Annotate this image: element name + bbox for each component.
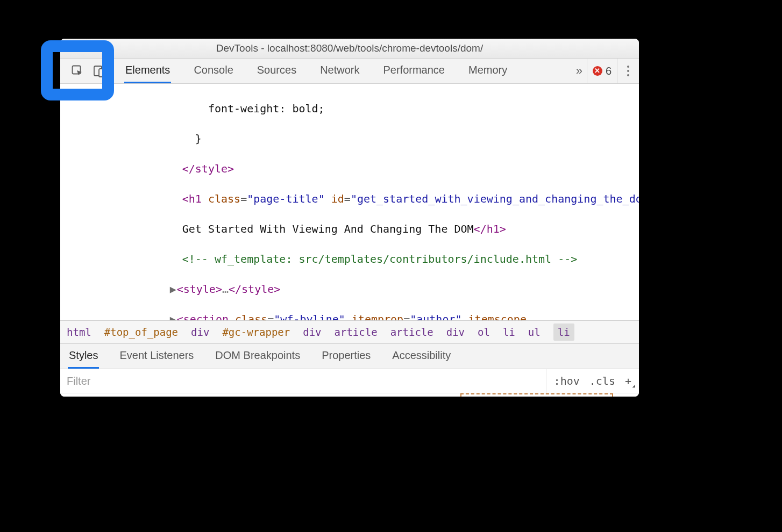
subtab-dom-breakpoints[interactable]: DOM Breakpoints [214, 344, 301, 369]
tab-sources[interactable]: Sources [256, 59, 297, 83]
inspect-element-icon[interactable] [71, 64, 84, 77]
code-line: Get Started With Viewing And Changing Th… [66, 221, 634, 236]
crumb[interactable]: div [303, 326, 321, 338]
subtab-styles[interactable]: Styles [68, 344, 99, 369]
window-titlebar[interactable]: DevTools - localhost:8080/web/tools/chro… [60, 39, 639, 59]
crumb[interactable]: ul [528, 326, 541, 338]
styles-panel: Styles Event Listeners DOM Breakpoints P… [60, 344, 639, 397]
crumb[interactable]: li [503, 326, 515, 338]
code-line: </style> [66, 161, 634, 176]
subtab-properties[interactable]: Properties [321, 344, 372, 369]
code-line: } [66, 131, 634, 146]
svg-rect-2 [99, 69, 105, 77]
box-model-margin-preview [460, 393, 613, 397]
expand-triangle-icon[interactable]: ▶ [169, 282, 177, 297]
crumb[interactable]: ol [478, 326, 490, 338]
toggle-cls-button[interactable]: .cls [589, 375, 615, 387]
crumb[interactable]: #gc-wrapper [222, 326, 290, 338]
error-count: 6 [606, 65, 612, 77]
crumb[interactable]: article [390, 326, 433, 338]
new-style-rule-button[interactable]: +◢ [625, 375, 631, 387]
code-line: <!-- wf_template: src/templates/contribu… [66, 251, 634, 267]
crumb[interactable]: div [191, 326, 209, 338]
tab-console[interactable]: Console [193, 59, 234, 83]
subtab-accessibility[interactable]: Accessibility [391, 344, 452, 369]
crumb[interactable]: div [446, 326, 465, 338]
main-toolbar: Elements Console Sources Network Perform… [60, 59, 639, 84]
kebab-icon [627, 66, 629, 76]
code-line: font-weight: bold; [66, 101, 634, 116]
crumb[interactable]: article [335, 326, 378, 338]
dropdown-caret-icon: ◢ [632, 383, 635, 389]
tab-performance[interactable]: Performance [382, 59, 446, 83]
error-count-chip[interactable]: ✕ 6 [587, 59, 617, 83]
code-line[interactable]: ▶<style>…</style> [66, 282, 634, 297]
styles-filter-input[interactable] [60, 369, 546, 393]
tab-memory[interactable]: Memory [467, 59, 508, 83]
devtools-window: DevTools - localhost:8080/web/tools/chro… [60, 39, 639, 397]
crumb[interactable]: #top_of_page [104, 326, 178, 338]
toggle-hov-button[interactable]: :hov [554, 375, 580, 387]
error-icon: ✕ [593, 66, 602, 76]
subtab-event-listeners[interactable]: Event Listeners [118, 344, 195, 369]
expand-triangle-icon[interactable]: ▶ [169, 312, 177, 320]
crumb[interactable]: html [67, 326, 91, 338]
settings-kebab[interactable] [617, 66, 639, 76]
code-line[interactable]: <h1 class="page-title" id="get_started_w… [66, 191, 634, 206]
dom-breadcrumb[interactable]: html #top_of_page div #gc-wrapper div ar… [60, 320, 639, 344]
tabs-overflow[interactable]: » [572, 64, 587, 78]
elements-dom-tree[interactable]: font-weight: bold; } </style> <h1 class=… [60, 84, 639, 320]
tab-elements[interactable]: Elements [124, 59, 171, 83]
window-title: DevTools - localhost:8080/web/tools/chro… [216, 42, 483, 54]
crumb-selected[interactable]: li [553, 323, 574, 341]
device-toolbar-icon[interactable] [94, 64, 105, 77]
tab-network[interactable]: Network [319, 59, 360, 83]
code-line[interactable]: ▶<section class="wf-byline" itemprop="au… [66, 312, 634, 320]
